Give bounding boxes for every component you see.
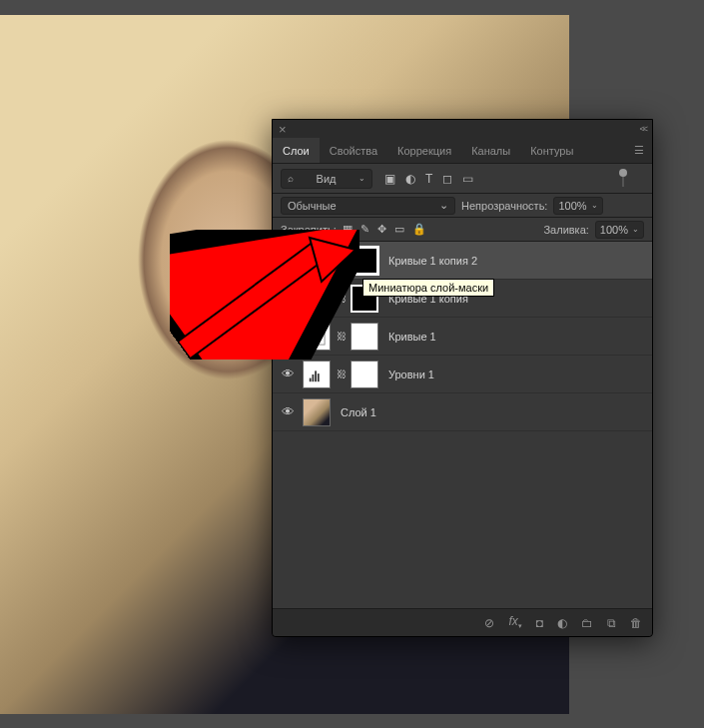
filter-smart-icon[interactable]: ▭ bbox=[462, 172, 473, 186]
filter-kind-label: Вид bbox=[317, 173, 337, 185]
panel-close-icon[interactable]: × bbox=[279, 122, 287, 137]
opacity-value: 100% bbox=[558, 200, 586, 212]
panel-tabs: Слои Свойства Коррекция Каналы Контуры ☰ bbox=[273, 138, 652, 164]
layer-name[interactable]: Слой 1 bbox=[341, 406, 376, 418]
lock-pixels-icon[interactable]: ✎ bbox=[360, 223, 369, 236]
opacity-label: Непрозрачность: bbox=[461, 200, 547, 212]
lock-artboard-icon[interactable]: ▭ bbox=[394, 223, 404, 236]
layer-name[interactable]: Кривые 1 копия 2 bbox=[388, 255, 477, 267]
mask-tooltip: Миниатюра слой-маски bbox=[362, 279, 494, 297]
panel-collapse-icon[interactable]: << bbox=[639, 124, 646, 134]
blend-mode-select[interactable]: Обычные ⌄ bbox=[281, 197, 455, 215]
link-icon[interactable]: ⛓ bbox=[337, 368, 345, 379]
search-icon: ⌕ bbox=[288, 173, 294, 184]
visibility-icon[interactable]: 👁 bbox=[279, 366, 297, 381]
svg-rect-3 bbox=[310, 377, 312, 381]
fill-value: 100% bbox=[600, 224, 628, 236]
layer-name[interactable]: Кривые 1 bbox=[388, 331, 436, 343]
new-adjustment-icon[interactable]: ◐ bbox=[557, 616, 567, 630]
filter-toggle[interactable] bbox=[602, 171, 644, 187]
fill-input[interactable]: 100% ⌄ bbox=[595, 221, 644, 239]
filter-type-icon[interactable]: T bbox=[425, 172, 432, 186]
filter-pixel-icon[interactable]: ▣ bbox=[384, 172, 395, 186]
chevron-down-icon: ⌄ bbox=[439, 199, 448, 212]
panel-header: × << bbox=[273, 120, 652, 138]
filter-type-icons: ▣ ◐ T ◻ ▭ bbox=[384, 172, 473, 186]
new-layer-icon[interactable]: ⧉ bbox=[607, 616, 616, 630]
link-layers-icon[interactable]: ⊘ bbox=[484, 616, 494, 630]
panel-menu-icon[interactable]: ☰ bbox=[626, 138, 652, 163]
tab-layers[interactable]: Слои bbox=[273, 138, 320, 163]
tab-paths[interactable]: Контуры bbox=[520, 138, 583, 163]
layers-panel: × << Слои Свойства Коррекция Каналы Конт… bbox=[272, 119, 653, 637]
tab-properties[interactable]: Свойства bbox=[320, 138, 387, 163]
svg-rect-4 bbox=[313, 374, 315, 381]
layer-name[interactable]: Уровни 1 bbox=[388, 368, 434, 380]
visibility-icon[interactable]: 👁 bbox=[279, 404, 297, 419]
chevron-down-icon: ⌄ bbox=[358, 174, 365, 183]
mask-thumbnail[interactable] bbox=[351, 361, 378, 388]
svg-rect-5 bbox=[315, 370, 317, 381]
blend-mode-value: Обычные bbox=[288, 200, 337, 212]
layer-filter-row: ⌕ Вид ⌄ ▣ ◐ T ◻ ▭ bbox=[273, 164, 652, 194]
filter-shape-icon[interactable]: ◻ bbox=[442, 172, 452, 186]
annotation-arrow bbox=[170, 230, 359, 360]
add-mask-icon[interactable]: ◘ bbox=[536, 616, 543, 630]
new-group-icon[interactable]: 🗀 bbox=[581, 616, 593, 630]
panel-footer: ⊘ fx▾ ◘ ◐ 🗀 ⧉ 🗑 bbox=[273, 608, 652, 636]
blend-row: Обычные ⌄ Непрозрачность: 100% ⌄ bbox=[273, 194, 652, 218]
layer-row[interactable]: 👁⛓Уровни 1 bbox=[273, 356, 652, 393]
lock-position-icon[interactable]: ✥ bbox=[377, 223, 386, 236]
adjustment-thumbnail[interactable] bbox=[303, 361, 331, 388]
tab-channels[interactable]: Каналы bbox=[461, 138, 520, 163]
filter-kind-select[interactable]: ⌕ Вид ⌄ bbox=[281, 169, 372, 189]
fill-label: Заливка: bbox=[543, 224, 588, 236]
layer-thumbnail[interactable] bbox=[303, 398, 331, 426]
chevron-down-icon: ⌄ bbox=[632, 225, 639, 234]
opacity-input[interactable]: 100% ⌄ bbox=[553, 197, 602, 215]
filter-adjust-icon[interactable]: ◐ bbox=[405, 172, 415, 186]
delete-layer-icon[interactable]: 🗑 bbox=[630, 616, 642, 630]
layer-row[interactable]: 👁Слой 1 bbox=[273, 393, 652, 431]
svg-rect-6 bbox=[318, 373, 320, 381]
lock-all-icon[interactable]: 🔒 bbox=[412, 223, 426, 236]
chevron-down-icon: ⌄ bbox=[591, 201, 598, 210]
tab-adjustments[interactable]: Коррекция bbox=[387, 138, 461, 163]
fx-icon[interactable]: fx▾ bbox=[508, 614, 521, 630]
